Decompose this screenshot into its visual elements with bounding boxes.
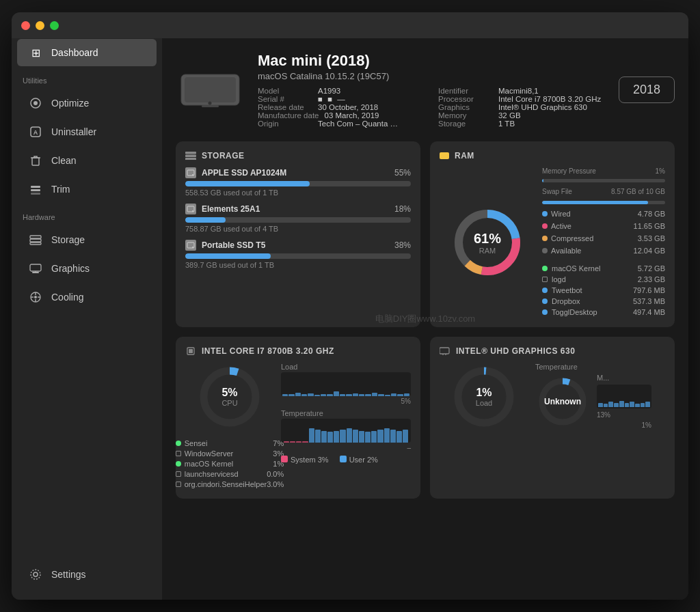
portable-usage: 389.7 GB used out of 1 TB [185,261,411,269]
maximize-button[interactable] [50,21,59,30]
ram-donut: 61% RAM [450,205,525,280]
svg-point-31 [192,174,193,176]
ram-card: RAM [430,141,675,327]
sidebar-item-label: Clean [51,155,77,166]
cpu-card-inner: 5% CPU Sensei 7% WindowServer [185,363,411,489]
svg-rect-27 [185,152,196,154]
cpu-card: Intel Core i7 8700B 3.20 GHz 5% [176,337,420,499]
temp-chart [281,419,411,443]
spec-release: Release date 30 October, 2018 [258,103,425,111]
settings-icon [28,567,43,582]
svg-rect-6 [31,186,40,188]
specs-right: Identifier Macmini8,1 Processor Intel Co… [438,87,605,128]
ssd-progress-bar [185,181,411,186]
active-metric: Active 11.65 GB [542,222,665,230]
wired-metric: Wired 4.78 GB [542,210,665,218]
gpu-donut: 1% Load [450,363,518,431]
sidebar-item-graphics[interactable]: Graphics [17,255,157,282]
svg-rect-28 [185,155,196,158]
svg-rect-10 [30,239,41,242]
ram-app-item: Dropbox 537.3 MB [542,296,665,307]
sidebar-item-label: Storage [51,234,85,245]
portable-pct: 38% [394,240,411,250]
svg-rect-13 [32,272,39,273]
utilities-section-label: Utilities [12,67,162,89]
graphics-icon [28,261,43,276]
elements-progress-bar [185,217,411,223]
spec-serial: Serial # ■ ■ — [258,95,425,103]
svg-rect-4 [32,158,39,165]
sidebar-item-dashboard[interactable]: ⊞ Dashboard [17,39,157,66]
ssd-progress-fill [185,181,310,186]
svg-rect-12 [30,264,41,271]
sidebar-item-label: Settings [51,569,86,580]
sidebar-item-clean[interactable]: Clean [17,147,157,174]
cpu-donut-area: 5% CPU Sensei 7% WindowServer [185,363,274,489]
sidebar-item-settings[interactable]: Settings [17,561,157,588]
cpu-card-title: Intel Core i7 8700B 3.20 GHz [185,346,411,356]
available-metric: Available 12.04 GB [542,247,665,255]
spec-origin: Origin Tech Com – Quanta Computer Subsid… [258,120,425,128]
ssd-name: APPLE SSD AP1024M [202,168,389,178]
ram-app-list: macOS Kernel 5.72 GB logd 2.33 GB Tweetb… [542,263,665,318]
svg-rect-26 [202,105,219,107]
year-badge: 2018 [619,76,675,103]
ssd-usage: 558.53 GB used out of 1 TB [185,189,411,197]
disk-icon [185,204,196,214]
mac-mini-illustration [178,68,243,112]
spec-identifier: Identifier Macmini8,1 [438,87,605,95]
cpu-label: CPU [221,399,237,407]
device-header: Mac mini (2018) macOS Catalina 10.15.2 (… [176,52,675,128]
ram-app-item: TogglDesktop 497.4 MB [542,307,665,318]
cpu-pct: 5% [221,387,237,399]
device-image [176,66,244,114]
elements-name: Elements 25A1 [202,204,389,214]
sidebar-item-trim[interactable]: Trim [17,176,157,203]
svg-point-25 [208,102,211,105]
device-specs: Model A1993 Serial # ■ ■ — Release date … [258,87,605,128]
ram-app-item: logd 2.33 GB [542,274,665,285]
sidebar-item-optimize[interactable]: Optimize [17,89,157,117]
cpu-icon [185,346,196,356]
storage-icon [28,232,43,247]
sidebar-item-label: Optimize [51,98,89,109]
gpu-card-inner: 1% Load Temperature [440,363,665,431]
memory-pressure-bar [542,179,665,182]
svg-rect-24 [185,77,236,102]
swap-bar [542,201,665,204]
svg-rect-42 [189,349,193,353]
svg-point-1 [33,101,38,105]
minimize-button[interactable] [36,21,44,30]
svg-point-22 [31,570,40,579]
process-item: WindowServer 3% [176,448,284,458]
device-subtitle: macOS Catalina 10.15.2 (19C57) [258,71,605,81]
storage-item-portable: Portable SSD T5 38% 389.7 GB used out of… [185,240,411,269]
elements-pct: 18% [394,204,411,214]
spec-manufacture: Manufacture date 03 March, 2019 [258,111,425,120]
disk-icon [185,167,196,178]
sidebar-item-uninstaller[interactable]: A Uninstaller [17,118,157,145]
ram-card-inner: 61% RAM Memory Pressure 1% [440,167,665,318]
main-content: 电脑DIY圈www.10zv.com Mac mini (2018) macOS… [162,38,688,600]
app-window: ⊞ Dashboard Utilities Optimize A Uninsta… [12,12,688,600]
portable-name: Portable SSD T5 [202,240,389,250]
sidebar-item-storage[interactable]: Storage [17,226,157,253]
spec-model: Model A1993 [258,87,425,95]
portable-progress-bar [185,253,411,259]
gpu-unknown-label: Unknown [544,397,581,406]
gpu-donut-area: 1% Load [440,363,528,431]
sidebar-item-label: Trim [51,184,70,195]
svg-rect-11 [30,242,41,245]
gpu-icon [440,346,450,356]
close-button[interactable] [21,21,30,30]
specs-left: Model A1993 Serial # ■ ■ — Release date … [258,87,425,128]
sidebar-item-cooling[interactable]: Cooling [17,283,157,311]
cpu-process-list: Sensei 7% WindowServer 3% macOS Kernel 1… [176,438,284,489]
gpu-temp-donut: Unknown [535,374,590,429]
ram-pct: 61% [474,231,501,247]
ram-icon [440,152,449,159]
process-item: launchservicesd 0.0% [176,469,284,479]
svg-point-35 [192,247,193,248]
ram-label: RAM [474,247,501,255]
sidebar-item-label: Dashboard [51,47,98,58]
